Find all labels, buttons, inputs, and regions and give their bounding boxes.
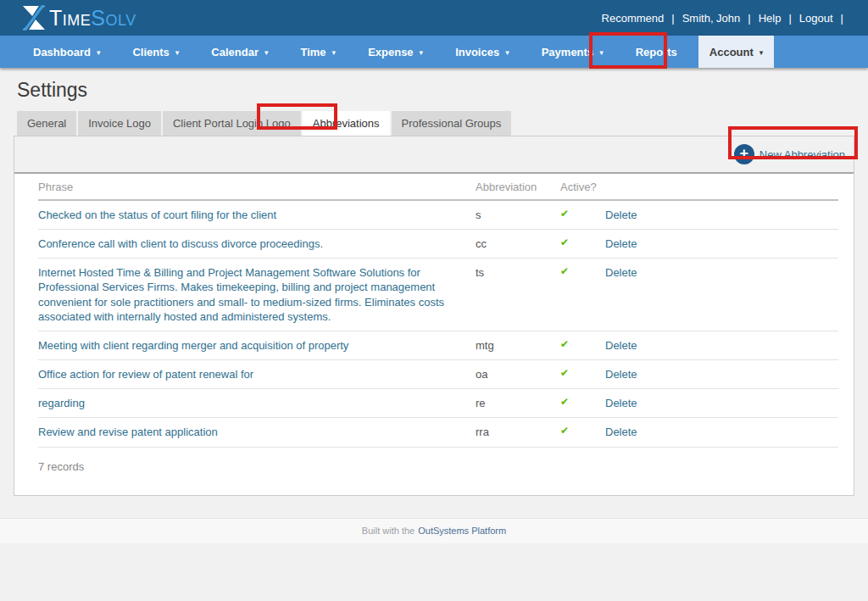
phrase-cell[interactable]: Internet Hosted Time & Billing and Proje…: [38, 259, 476, 331]
delete-link[interactable]: Delete: [605, 426, 637, 438]
chevron-down-icon: ▾: [264, 49, 269, 57]
settings-tab[interactable]: Professional Groups: [392, 111, 512, 136]
chevron-down-icon: ▾: [420, 49, 424, 57]
table-row: Meeting with client regarding merger and…: [38, 331, 838, 359]
active-check-icon: ✔: [560, 360, 605, 389]
nav-item-label: Account: [709, 46, 754, 58]
user-link[interactable]: Help: [759, 12, 782, 25]
phrase-cell[interactable]: regarding: [38, 389, 476, 418]
column-header-phrase: Phrase: [38, 174, 476, 200]
column-header-actions: [605, 174, 838, 200]
footer-text: Built with the: [362, 526, 415, 536]
user-link[interactable]: Logout: [799, 12, 833, 25]
settings-tab[interactable]: Invoice Logo: [78, 111, 161, 136]
user-link[interactable]: Recommend: [602, 12, 665, 25]
record-count: 7 records: [14, 448, 854, 495]
new-abbreviation-button[interactable]: + New Abbreviation: [734, 144, 845, 164]
phrase-cell[interactable]: Checked on the status of court filing fo…: [38, 200, 476, 230]
active-check-icon: ✔: [560, 200, 605, 230]
abbreviation-cell: mtg: [476, 331, 560, 359]
delete-cell: Delete: [605, 360, 838, 389]
nav-item-label: Payments: [542, 46, 593, 58]
outsystems-link[interactable]: OutSystems Platform: [418, 526, 506, 536]
hourglass-logo-icon: [22, 5, 46, 31]
abbreviations-table-body: Checked on the status of court filing fo…: [38, 200, 838, 447]
plus-icon: +: [734, 144, 754, 164]
nav-item-label: Calendar: [211, 46, 259, 58]
active-check-icon: ✔: [560, 389, 605, 418]
settings-page: Settings General Invoice Logo Client Por…: [0, 79, 868, 496]
page-title: Settings: [17, 79, 854, 102]
delete-link[interactable]: Delete: [605, 368, 637, 381]
abbreviation-cell: re: [476, 389, 560, 418]
table-row: regarding re ✔ Delete: [38, 389, 838, 418]
nav-item-label: Invoices: [455, 46, 499, 58]
nav-item[interactable]: Account ▾: [698, 36, 775, 68]
nav-item[interactable]: Clients ▾: [121, 36, 190, 68]
settings-tab[interactable]: Abbreviations: [303, 111, 390, 136]
table-row: Internet Hosted Time & Billing and Proje…: [38, 259, 838, 331]
delete-link[interactable]: Delete: [605, 237, 637, 250]
nav-item[interactable]: Expense ▾: [357, 36, 434, 68]
new-abbreviation-label: New Abbreviation: [760, 148, 845, 161]
abbreviation-cell: ts: [476, 259, 560, 331]
chevron-down-icon: ▾: [97, 49, 101, 57]
table-row: Checked on the status of court filing fo…: [38, 200, 838, 230]
phrase-cell[interactable]: Office action for review of patent renew…: [38, 360, 476, 389]
delete-cell: Delete: [605, 418, 838, 447]
settings-tab[interactable]: General: [17, 111, 76, 136]
delete-link[interactable]: Delete: [605, 266, 637, 279]
abbreviation-cell: oa: [476, 360, 560, 389]
phrase-cell[interactable]: Meeting with client regarding merger and…: [38, 331, 476, 359]
abbreviations-panel: + New Abbreviation Phrase Abbreviation A…: [14, 136, 854, 496]
nav-item[interactable]: Time ▾: [289, 36, 347, 68]
active-check-icon: ✔: [560, 418, 605, 447]
chevron-down-icon: ▾: [175, 49, 180, 57]
nav-item[interactable]: Dashboard ▾: [22, 36, 111, 68]
delete-cell: Delete: [605, 389, 838, 418]
abbreviations-table: Phrase Abbreviation Active? Checked on t…: [38, 174, 838, 448]
timesolv-logo: TimeSolv: [22, 5, 136, 31]
delete-cell: Delete: [605, 259, 838, 331]
panel-toolbar: + New Abbreviation: [14, 136, 854, 174]
abbreviation-cell: rra: [476, 418, 560, 447]
phrase-cell[interactable]: Review and revise patent application: [38, 418, 476, 447]
abbreviation-cell: s: [476, 200, 560, 230]
delete-cell: Delete: [605, 200, 838, 230]
nav-item[interactable]: Reports: [625, 36, 688, 68]
chevron-down-icon: ▾: [760, 49, 764, 57]
page-footer: Built with the OutSystems Platform: [0, 518, 868, 543]
link-separator: |: [833, 12, 851, 25]
delete-link[interactable]: Delete: [605, 397, 637, 409]
nav-item-label: Reports: [636, 46, 677, 58]
link-separator: |: [781, 12, 798, 25]
top-header-bar: TimeSolv Recommend | Smith, John | Help …: [0, 0, 868, 36]
column-header-active: Active?: [560, 174, 605, 200]
phrase-cell[interactable]: Conference call with client to discuss d…: [38, 230, 476, 259]
table-header-row: Phrase Abbreviation Active?: [38, 174, 838, 200]
link-separator: |: [740, 12, 758, 25]
user-links: Recommend | Smith, John | Help | Logout …: [602, 12, 851, 25]
nav-item-label: Clients: [132, 46, 169, 58]
nav-item-label: Expense: [368, 46, 413, 58]
user-link[interactable]: Smith, John: [682, 12, 741, 25]
delete-link[interactable]: Delete: [605, 209, 637, 221]
brand-text: TimeSolv: [49, 6, 136, 31]
table-row: Review and revise patent application rra…: [38, 418, 838, 447]
delete-cell: Delete: [605, 331, 838, 359]
active-check-icon: ✔: [560, 259, 605, 331]
table-row: Conference call with client to discuss d…: [38, 230, 838, 259]
nav-item-label: Time: [300, 46, 326, 58]
settings-tab[interactable]: Client Portal Login Logo: [163, 111, 301, 136]
chevron-down-icon: ▾: [599, 49, 604, 57]
main-nav-bar: Dashboard ▾ Clients ▾ Calendar ▾ Time ▾ …: [0, 36, 868, 68]
table-row: Office action for review of patent renew…: [38, 360, 838, 389]
nav-item[interactable]: Calendar ▾: [200, 36, 279, 68]
active-check-icon: ✔: [560, 331, 605, 359]
delete-link[interactable]: Delete: [605, 339, 637, 352]
delete-cell: Delete: [605, 230, 838, 259]
nav-item[interactable]: Payments ▾: [531, 36, 615, 68]
abbreviation-cell: cc: [476, 230, 560, 259]
nav-item[interactable]: Invoices ▾: [444, 36, 520, 68]
settings-tabs: General Invoice Logo Client Portal Login…: [17, 111, 854, 136]
